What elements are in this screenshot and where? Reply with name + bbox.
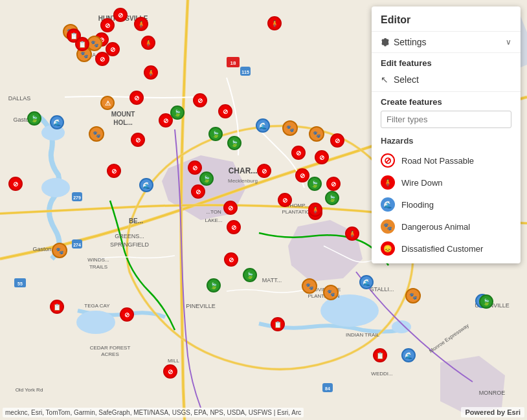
marker-green[interactable]: 🍃 — [479, 294, 493, 309]
editor-title: Editor — [372, 6, 521, 32]
marker-dangerous-animal[interactable]: 🐾 — [405, 288, 421, 304]
marker-road-not-passable[interactable]: ⊘ — [193, 93, 207, 107]
svg-point-3 — [76, 311, 115, 334]
marker-road-not-passable[interactable]: ⊘ — [95, 52, 109, 66]
svg-text:LAKE...: LAKE... — [205, 217, 222, 223]
hazards-title: Hazards — [372, 133, 521, 149]
marker-green[interactable]: 🍃 — [325, 191, 339, 205]
dangerous-animal-icon: 🐾 — [381, 219, 395, 234]
marker-road-not-passable[interactable]: ⊘ — [107, 164, 121, 178]
marker-green[interactable]: 🍃 — [243, 268, 257, 282]
marker-dangerous-animal[interactable]: 🐾 — [52, 243, 67, 258]
svg-text:CEDAR FOREST: CEDAR FOREST — [90, 345, 131, 351]
wire-down-label: Wire Down — [401, 178, 443, 188]
marker-dangerous-animal[interactable]: 🐾 — [89, 126, 104, 142]
svg-text:MOUNT: MOUNT — [111, 111, 135, 118]
marker-road-not-passable[interactable]: ⊘ — [291, 146, 306, 160]
marker-dangerous-animal[interactable]: 🐾 — [309, 126, 324, 142]
marker-flooding[interactable]: 🌊 — [401, 348, 416, 362]
svg-text:Old York Rd: Old York Rd — [16, 387, 43, 393]
marker-road-not-passable[interactable]: ⊘ — [8, 177, 23, 191]
marker-road-not-passable[interactable]: ⊘ — [129, 91, 144, 105]
marker-flooding[interactable]: 🌊 — [256, 118, 270, 133]
marker-road-not-passable[interactable]: ⊘ — [257, 164, 271, 178]
marker-road-not-passable[interactable]: ⊘ — [188, 160, 202, 175]
marker-flooding[interactable]: 🌊 — [50, 115, 64, 129]
marker-wire-down[interactable]: 🧍 — [308, 203, 322, 217]
marker-road-not-passable[interactable]: ⊘ — [330, 133, 344, 148]
marker-green[interactable]: 🍃 — [208, 127, 223, 141]
svg-text:ACRES: ACRES — [101, 351, 119, 357]
marker-flooding[interactable]: 🌊 — [139, 178, 153, 192]
marker-wire-down[interactable]: 🧍 — [267, 16, 282, 30]
marker-green[interactable]: 🍃 — [199, 171, 214, 186]
marker-green[interactable]: 🍃 — [227, 136, 241, 150]
hazard-item-flooding[interactable]: 🌊 Flooding — [372, 193, 521, 216]
marker-wire-down[interactable]: 🧍 — [144, 65, 158, 80]
marker-flooding[interactable]: 🌊 — [359, 275, 374, 289]
svg-text:Mecklenburg: Mecklenburg — [228, 178, 258, 184]
marker-road-not-passable[interactable]: ⊘ — [315, 150, 329, 164]
svg-point-2 — [41, 178, 70, 197]
marker-road-not-passable[interactable]: ⊘ — [227, 220, 241, 234]
marker-dangerous-animal[interactable]: 🐾 — [282, 120, 298, 136]
svg-text:INDIAN TRAIL: INDIAN TRAIL — [346, 332, 379, 338]
marker-road-not-passable[interactable]: ⊘ — [224, 252, 238, 267]
marker-wire-down[interactable]: 🧍 — [345, 227, 359, 241]
marker-road-not-passable[interactable]: ⊘ — [191, 184, 205, 199]
marker-dangerous-animal[interactable]: 🐾 — [323, 285, 339, 300]
svg-text:MILL: MILL — [168, 358, 179, 364]
marker-clipboard[interactable]: 📋 — [75, 37, 89, 51]
hazard-item-dangerous-animal[interactable]: 🐾 Dangerous Animal — [372, 216, 521, 238]
svg-text:84: 84 — [325, 386, 330, 391]
hazard-item-road-not-passable[interactable]: ⊘ Road Not Passable — [372, 149, 521, 171]
marker-green[interactable]: 🍃 — [207, 278, 221, 293]
marker-road-not-passable[interactable]: ⊘ — [278, 193, 292, 207]
svg-text:SPRINGFIELD: SPRINGFIELD — [110, 241, 150, 248]
marker-road-not-passable[interactable]: ⊘ — [113, 8, 128, 22]
svg-text:TEGA CAY: TEGA CAY — [84, 303, 110, 309]
flooding-label: Flooding — [401, 200, 434, 210]
hazard-item-wire-down[interactable]: 🧍 Wire Down — [372, 171, 521, 193]
svg-text:WEDDI...: WEDDI... — [371, 371, 392, 377]
marker-clipboard[interactable]: 📋 — [50, 300, 64, 314]
svg-text:BE...: BE... — [129, 217, 143, 225]
marker-clipboard[interactable]: 📋 — [271, 317, 285, 331]
map-container[interactable]: 279 274 115 84 200 18 55 HUNTERSVILLE LU… — [0, 0, 527, 420]
svg-text:MATT...: MATT... — [262, 277, 282, 283]
marker-road-not-passable[interactable]: ⊘ — [131, 133, 145, 147]
svg-text:115: 115 — [241, 70, 249, 74]
marker-road-not-passable[interactable]: ⊘ — [223, 201, 238, 215]
marker-warning[interactable]: ⚠ — [100, 96, 115, 110]
svg-text:Gaston: Gaston — [32, 246, 51, 252]
marker-road-not-passable[interactable]: ⊘ — [163, 364, 177, 379]
dissatisfied-customer-label: Dissatisfied Customer — [401, 244, 483, 254]
marker-clipboard[interactable]: 📋 — [373, 348, 387, 362]
hazard-item-dissatisfied-customer[interactable]: 😞 Dissatisfied Customer — [372, 238, 521, 263]
svg-text:PINEVILLE: PINEVILLE — [186, 303, 216, 309]
marker-road-not-passable[interactable]: ⊘ — [218, 104, 232, 118]
svg-text:MONROE: MONROE — [479, 390, 506, 396]
marker-green[interactable]: 🍃 — [308, 177, 322, 191]
settings-row[interactable]: Settings ∨ — [372, 32, 521, 53]
cursor-icon: ↖ — [381, 74, 388, 85]
settings-label: Settings — [394, 37, 427, 47]
dangerous-animal-label: Dangerous Animal — [401, 222, 470, 232]
edit-features-title: Edit features — [372, 53, 521, 71]
svg-text:STALLI...: STALLI... — [370, 286, 394, 293]
wire-down-icon: 🧍 — [381, 175, 395, 190]
marker-green[interactable]: 🍃 — [170, 105, 185, 120]
marker-dangerous-animal[interactable]: 🐾 — [302, 278, 317, 294]
marker-road-not-passable[interactable]: ⊘ — [120, 307, 134, 322]
svg-text:...TON: ...TON — [206, 209, 221, 215]
filter-types-input[interactable] — [381, 111, 511, 128]
marker-green[interactable]: 🍃 — [27, 111, 41, 126]
select-row[interactable]: ↖ Select — [372, 71, 521, 91]
marker-road-not-passable[interactable]: ⊘ — [295, 168, 309, 182]
marker-road-not-passable[interactable]: ⊘ — [326, 177, 341, 191]
marker-wire-down[interactable]: 🧍 — [141, 36, 155, 50]
marker-wire-down[interactable]: 🧍 — [134, 17, 148, 31]
select-label: Select — [394, 74, 419, 85]
svg-text:279: 279 — [73, 195, 81, 200]
marker-road-not-passable[interactable]: ⊘ — [100, 18, 115, 32]
